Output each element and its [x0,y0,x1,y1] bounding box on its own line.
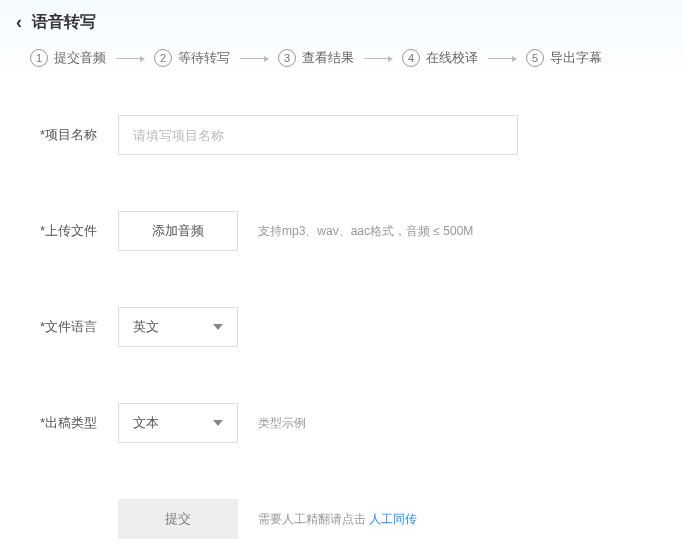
submit-hint-text: 需要人工精翻请点击 [258,512,369,526]
step-label: 提交音频 [54,49,106,67]
arrow-icon [488,58,516,59]
step-num: 2 [154,49,172,67]
language-value: 英文 [133,318,159,336]
upload-label: *上传文件 [40,222,118,240]
output-type-hint: 类型示例 [258,415,306,432]
language-label: *文件语言 [40,318,118,336]
add-audio-button[interactable]: 添加音频 [118,211,238,251]
step-num: 4 [402,49,420,67]
language-select[interactable]: 英文 [118,307,238,347]
submit-hint: 需要人工精翻请点击 人工同传 [258,511,417,528]
output-type-select[interactable]: 文本 [118,403,238,443]
step-3: 3 查看结果 [278,49,354,67]
back-icon[interactable]: ‹ [16,12,22,33]
project-name-label: *项目名称 [40,126,118,144]
arrow-icon [364,58,392,59]
step-4: 4 在线校译 [402,49,478,67]
page-title: 语音转写 [32,12,96,33]
submit-button[interactable]: 提交 [118,499,238,539]
chevron-down-icon [213,324,223,330]
step-label: 导出字幕 [550,49,602,67]
step-label: 查看结果 [302,49,354,67]
manual-translate-link[interactable]: 人工同传 [369,512,417,526]
step-label: 在线校译 [426,49,478,67]
add-audio-label: 添加音频 [152,222,204,240]
step-num: 1 [30,49,48,67]
step-indicator: 1 提交音频 2 等待转写 3 查看结果 4 在线校译 5 导出字幕 [0,41,683,85]
step-5: 5 导出字幕 [526,49,602,67]
step-num: 5 [526,49,544,67]
step-1: 1 提交音频 [30,49,106,67]
output-type-label: *出稿类型 [40,414,118,432]
step-2: 2 等待转写 [154,49,230,67]
project-name-input[interactable] [118,115,518,155]
arrow-icon [240,58,268,59]
arrow-icon [116,58,144,59]
step-label: 等待转写 [178,49,230,67]
upload-hint: 支持mp3、wav、aac格式，音频 ≤ 500M [258,223,473,240]
output-type-value: 文本 [133,414,159,432]
step-num: 3 [278,49,296,67]
chevron-down-icon [213,420,223,426]
